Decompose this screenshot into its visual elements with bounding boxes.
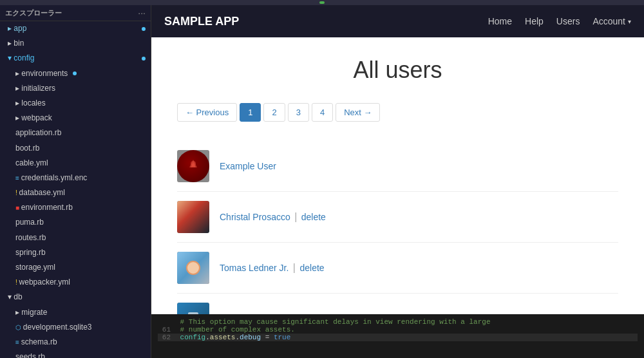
- app-area: SAMPLE APP Home Help Users Account ▾ All…: [151, 5, 644, 358]
- sidebar-file-tree: ▸ app ▸ bin ▾ config ▸ environments ▸ in…: [0, 21, 151, 358]
- pagination-prev-button[interactable]: ← Previous: [177, 103, 237, 122]
- pagination-page-3-button[interactable]: 3: [288, 103, 309, 122]
- sidebar-item-label: ⬡ development.sqlite3: [15, 323, 92, 332]
- line-number: 61: [158, 326, 171, 334]
- sidebar-item-label: ! webpacker.yml: [15, 278, 70, 287]
- sidebar-item-label: cable.yml: [15, 158, 48, 167]
- avatar-icon: [184, 157, 202, 175]
- sidebar-item-spring-rb[interactable]: spring.rb: [0, 245, 151, 260]
- sidebar-item-db[interactable]: ▾ db: [0, 290, 151, 305]
- user-delete-link[interactable]: delete: [301, 212, 326, 222]
- sidebar-item-app[interactable]: ▸ app: [0, 21, 151, 36]
- sidebar-item-credentials[interactable]: ≡ credentials.yml.enc: [0, 171, 151, 185]
- sidebar-item-label: seeds.rb: [15, 352, 45, 358]
- nav-home-link[interactable]: Home: [488, 16, 512, 26]
- nav-users-link[interactable]: Users: [556, 16, 580, 26]
- sidebar-item-label: ≡ schema.rb: [15, 337, 57, 346]
- sidebar-item-puma-rb[interactable]: puma.rb: [0, 215, 151, 230]
- sidebar-item-seeds-rb[interactable]: seeds.rb: [0, 350, 151, 358]
- sidebar-menu-button[interactable]: ···: [138, 8, 146, 18]
- sidebar-item-environments[interactable]: ▸ environments: [0, 66, 151, 81]
- file-explorer-sidebar: エクスプローラー ··· ▸ app ▸ bin ▾ config ▸ envi…: [0, 5, 151, 358]
- sidebar-item-cable-yml[interactable]: cable.yml: [0, 156, 151, 171]
- nav-account-label: Account: [592, 16, 625, 26]
- sidebar-item-label: ▸ app: [8, 24, 26, 33]
- separator: |: [294, 211, 300, 222]
- sidebar-item-label: ▸ migrate: [15, 308, 47, 317]
- user-info: Christal Prosacco | delete: [220, 211, 326, 223]
- sidebar-item-application-rb[interactable]: application.rb: [0, 126, 151, 140]
- sidebar-item-boot-rb[interactable]: boot.rb: [0, 141, 151, 156]
- sidebar-item-label: ▾ db: [8, 292, 23, 301]
- code-text: config.assets.debug = true: [180, 334, 291, 341]
- sidebar-item-webpacker-yml[interactable]: ! webpacker.yml: [0, 275, 151, 290]
- avatar: [177, 150, 209, 182]
- sidebar-item-label: ▸ environments: [15, 69, 77, 78]
- terminal-line-highlight: 62 config.assets.debug = true: [158, 334, 638, 341]
- top-bar-indicator: [319, 1, 325, 4]
- navbar: SAMPLE APP Home Help Users Account ▾: [151, 5, 644, 37]
- sidebar-item-development-sqlite3[interactable]: ⬡ development.sqlite3: [0, 320, 151, 335]
- sidebar-item-schema-rb[interactable]: ≡ schema.rb: [0, 335, 151, 350]
- pagination-next-button[interactable]: Next →: [336, 103, 380, 122]
- sidebar-item-webpack[interactable]: ▸ webpack: [0, 111, 151, 126]
- sidebar-item-storage-yml[interactable]: storage.yml: [0, 260, 151, 275]
- avatar-circle: [177, 150, 209, 182]
- sidebar-header: エクスプローラー ···: [0, 5, 151, 21]
- avatar: [177, 303, 209, 314]
- sidebar-item-locales[interactable]: ▸ locales: [0, 96, 151, 111]
- sidebar-item-label: spring.rb: [15, 248, 46, 257]
- user-row: Tomas Ledner Jr. | delete: [177, 243, 618, 294]
- sidebar-item-routes-rb[interactable]: routes.rb: [0, 231, 151, 245]
- user-row: Christal Prosacco | delete: [177, 192, 618, 243]
- svg-point-0: [191, 161, 196, 166]
- nav-account-dropdown[interactable]: Account ▾: [592, 16, 631, 26]
- avatar-baby: [177, 252, 209, 284]
- sidebar-item-label: routes.rb: [15, 233, 46, 242]
- sidebar-item-label: puma.rb: [15, 218, 44, 227]
- page-title: All users: [177, 57, 618, 84]
- user-info: Tomas Ledner Jr. | delete: [220, 262, 325, 274]
- avatar-landscape: [177, 201, 209, 233]
- sidebar-item-label: boot.rb: [15, 144, 39, 153]
- navbar-brand: SAMPLE APP: [164, 15, 239, 28]
- sidebar-item-label: ! database.yml: [15, 188, 65, 197]
- sidebar-item-database-yml[interactable]: ! database.yml: [0, 185, 151, 200]
- user-delete-link[interactable]: delete: [299, 263, 324, 273]
- sidebar-item-label: ▸ bin: [8, 39, 24, 48]
- user-name-link[interactable]: Tomas Ledner Jr.: [220, 263, 289, 273]
- code-text: # number of complex assets.: [180, 326, 295, 334]
- code-text: # This option may cause significant dela…: [180, 318, 491, 326]
- line-number: 62: [158, 334, 171, 341]
- sidebar-item-initializers[interactable]: ▸ initializers: [0, 81, 151, 96]
- terminal-panel: # This option may cause significant dela…: [151, 314, 644, 358]
- sidebar-title: エクスプローラー: [5, 8, 62, 18]
- sidebar-item-label: ▸ initializers: [15, 84, 55, 93]
- pagination-page-4-button[interactable]: 4: [312, 103, 333, 122]
- chevron-down-icon: ▾: [628, 18, 631, 25]
- navbar-links: Home Help Users Account ▾: [488, 16, 631, 26]
- sidebar-item-label: storage.yml: [15, 263, 55, 272]
- sidebar-item-label: ≡ credentials.yml.enc: [15, 173, 87, 182]
- sidebar-item-label: application.rb: [15, 128, 61, 137]
- avatar: [177, 201, 209, 233]
- user-name-link[interactable]: Christal Prosacco: [220, 212, 290, 222]
- avatar: [177, 252, 209, 284]
- user-row: Example User: [177, 141, 618, 192]
- terminal-line: 61 # number of complex assets.: [158, 326, 638, 334]
- main-content: All users ← Previous 1 2 3 4 Next →: [151, 37, 644, 314]
- sidebar-item-label: ▸ webpack: [15, 113, 52, 122]
- sidebar-item-label: ▸ locales: [15, 99, 46, 108]
- pagination: ← Previous 1 2 3 4 Next →: [177, 103, 618, 122]
- sidebar-item-migrate[interactable]: ▸ migrate: [0, 305, 151, 320]
- avatar-sport: [177, 303, 209, 314]
- sidebar-item-bin[interactable]: ▸ bin: [0, 36, 151, 51]
- pagination-page-2-button[interactable]: 2: [263, 103, 285, 122]
- user-row: Trish Powlowski | delete: [177, 294, 618, 314]
- user-name-link[interactable]: Example User: [220, 161, 276, 171]
- sidebar-item-config[interactable]: ▾ config: [0, 51, 151, 66]
- sidebar-item-label: ▾ config: [8, 53, 34, 62]
- nav-help-link[interactable]: Help: [525, 16, 544, 26]
- pagination-page-1-button[interactable]: 1: [240, 103, 261, 122]
- sidebar-item-environment-rb[interactable]: ■ environment.rb: [0, 200, 151, 215]
